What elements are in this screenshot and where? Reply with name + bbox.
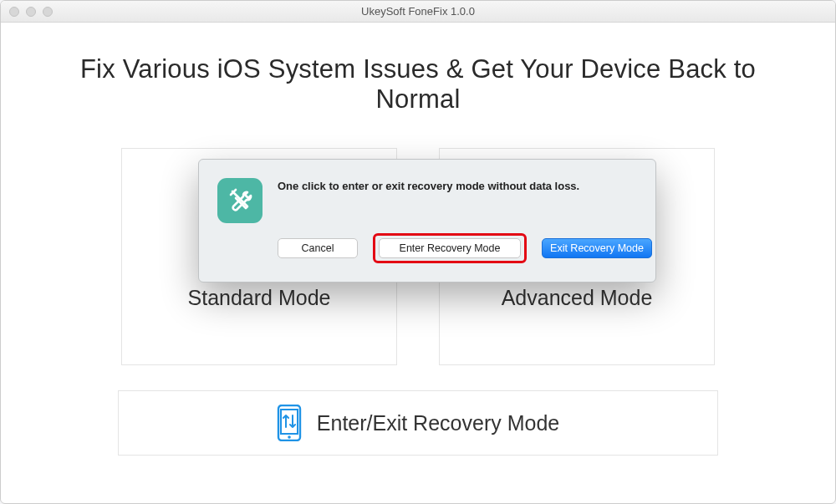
app-window: UkeySoft FoneFix 1.0.0 Fix Various iOS S… [0, 0, 836, 504]
svg-rect-1 [281, 410, 298, 434]
close-window-icon[interactable] [9, 7, 19, 17]
zoom-window-icon[interactable] [43, 7, 53, 17]
dialog-message: One click to enter or exit recovery mode… [278, 180, 652, 192]
exit-recovery-button[interactable]: Exit Recovery Mode [542, 238, 652, 258]
dialog-buttons: Cancel Enter Recovery Mode Exit Recovery… [278, 233, 652, 263]
enter-button-highlight: Enter Recovery Mode [373, 233, 527, 263]
advanced-mode-label: Advanced Mode [502, 286, 653, 310]
recovery-mode-label: Enter/Exit Recovery Mode [317, 411, 559, 435]
page-headline: Fix Various iOS System Issues & Get Your… [43, 54, 793, 115]
svg-point-2 [288, 435, 291, 439]
cancel-button[interactable]: Cancel [278, 238, 358, 258]
tools-icon [217, 178, 263, 223]
dialog-body: One click to enter or exit recovery mode… [278, 178, 652, 263]
window-title: UkeySoft FoneFix 1.0.0 [361, 5, 475, 18]
titlebar: UkeySoft FoneFix 1.0.0 [1, 1, 835, 23]
recovery-mode-bar[interactable]: Enter/Exit Recovery Mode [118, 390, 718, 456]
standard-mode-label: Standard Mode [188, 286, 331, 310]
phone-arrows-icon [277, 405, 302, 441]
enter-recovery-button[interactable]: Enter Recovery Mode [379, 238, 521, 258]
minimize-window-icon[interactable] [26, 7, 36, 17]
recovery-mode-dialog: One click to enter or exit recovery mode… [198, 159, 656, 283]
traffic-lights [9, 7, 53, 17]
